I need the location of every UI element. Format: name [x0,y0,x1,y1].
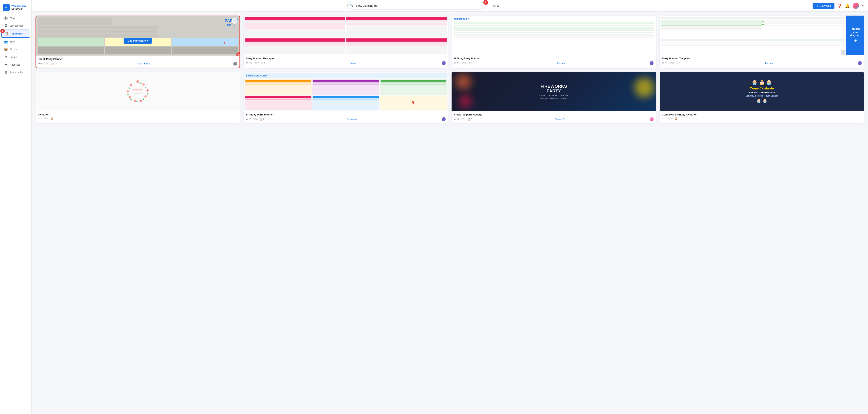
sidebar-item-dropbox[interactable]: 📦 Dropbox [1,46,30,53]
card-thumbnail: THE DETAILS [452,15,656,55]
author-name: Communit... [347,118,359,120]
new-icon: ➕ [4,16,8,20]
help-icon[interactable]: ❓ [837,3,842,8]
copies-count: 📋 0 [676,62,680,64]
template-preview [660,15,864,55]
author-name: Captain O ... [555,118,567,120]
svg-point-7 [127,90,129,93]
card-title: Party Planner Template [662,57,862,60]
download-button[interactable]: ⬇ Download [812,3,834,9]
scroll-top-button[interactable]: ↑ [841,50,845,55]
copies-count: 📋 2 [259,118,264,120]
views-count: 👁 107 [246,62,252,64]
author-avatar [650,61,654,65]
search-badge: 2 [483,0,488,5]
likes-count: 🤍 0 [253,118,258,120]
search-wrapper: 🔍 2 [347,2,485,9]
sidebar: W Wondershare EdrawMax ➕ New 🖥 Workbench… [0,0,32,414]
card-title: Holiday Party Planner [454,57,654,60]
svg-point-6 [129,96,131,99]
favorite-heart-icon[interactable]: 🤍 [232,18,238,24]
fireworks-tagline: SHINEPASSIONYOUNG [539,95,568,97]
template-card-birthday-party-planner[interactable]: Birthday Party Planner [244,72,448,123]
svg-text:Invitation: Invitation [133,88,143,91]
svg-point-0 [136,80,139,83]
sidebar-item-team[interactable]: 👥 Team [1,38,30,45]
views-count: 👁 13 [246,118,251,120]
template-card-fireworks-party-collage[interactable]: FIREWORKSPARTY SHINEPASSIONYOUNG LET'S P… [452,72,656,123]
card-thumbnail: Invitation [35,72,240,111]
svg-point-8 [130,84,132,86]
topbar-right: ⬇ Download ❓ 🔔 ▼ [812,3,864,9]
templates-badge: 1 [0,29,5,33]
svg-point-1 [143,83,145,86]
publish-overlay[interactable]: Publish your diagram ✈ [846,15,864,55]
author-name: Kiraaaa [350,62,357,64]
cupcake-name: Emily's 14th Birthday [749,91,775,94]
card-info: Party Planner Template 👁 62 🤍 3 📋 0 Kira… [660,55,864,67]
holiday-preview: THE DETAILS [452,15,656,55]
template-card-cupcakes-birthday[interactable]: 🧁 🎂 🧁 Come Celebrate Emily's 14th Birthd… [660,72,864,123]
template-card-party-planner-example[interactable]: Party Planner Example 👁 107 🤍 2 📋 9 Kira… [244,15,448,68]
fireworks-title-text: FIREWORKSPARTY [540,84,567,93]
sidebar-item-new[interactable]: ➕ New [1,14,30,22]
user-avatar[interactable] [852,3,859,9]
author-name: Kiraaaa [765,62,773,64]
sidebar-item-workbench[interactable]: 🖥 Workbench [1,22,30,29]
search-icon: 🔍 [350,4,354,7]
svg-point-16 [128,87,131,89]
svg-point-14 [130,99,132,101]
team-icon: 👥 [4,40,8,43]
workbench-icon: 🖥 [4,24,8,27]
card-meta: 👁 0 🤍 0 📋 0 [662,117,862,120]
card-meta: 👁 62 🤍 3 📋 0 Kiraaaa [662,61,862,65]
card-info: Party Planner Example 👁 107 🤍 2 📋 9 Kira… [244,55,448,67]
avatar-chevron-icon[interactable]: ▼ [862,4,864,7]
svg-point-3 [145,95,147,98]
svg-point-11 [147,93,148,95]
template-card-invitation[interactable]: Invitation Invitation 👁 0 🤍 0 📋 0 [35,72,240,123]
svg-point-10 [145,86,147,89]
sidebar-item-templates[interactable]: 1 📋 Templates [1,30,30,38]
card-title: Invitation [38,113,238,116]
template-card-blank-party-planner[interactable]: PARTYTIME! 🤍 Use immediately 3 Blank Par… [35,15,240,68]
import-icon: ⬆ [4,55,8,59]
copies-count: 📋 0 [50,117,55,120]
copies-count: 📋 5 [468,118,472,120]
copies-count: 📋 3 [52,63,57,65]
card-title: Party Planner Example [246,57,446,60]
likes-count: 🤍 2 [254,62,259,64]
views-count: 👁 0 [38,117,42,120]
templates-icon: 📋 [4,32,8,35]
views-count: 👁 69 [454,62,459,64]
card-meta: 👁 13 🤍 0 📋 2 Communit... [246,117,446,121]
card-thumbnail [244,15,448,55]
likes-count: 🤍 3 [669,62,674,64]
flower-wreath-svg: Invitation [126,80,150,103]
card-thumbnail: Publish your diagram ✈ ↑ [660,15,864,55]
likes-count: 🤍 0 [44,117,48,120]
sidebar-item-import[interactable]: ⬆ Import [1,54,30,61]
author-name: Kiraaaa [557,62,565,64]
card-title: Birthday Party Planner [246,113,446,116]
likes-count: 🤍 0 [461,62,466,64]
card-info: Cupcakes Birthday Invitation 👁 0 🤍 0 📋 0 [660,111,864,122]
template-card-holiday-party-planner[interactable]: THE DETAILS Holiday Party Planner 👁 69 🤍… [452,15,656,68]
card-title: Cupcakes Birthday Invitation [662,113,862,116]
views-count: 👁 14 [454,118,459,120]
notification-icon[interactable]: 🔔 [845,3,850,8]
svg-point-9 [140,82,142,84]
filter-all[interactable]: All ☰ [491,3,501,8]
template-card-party-planner-template[interactable]: Publish your diagram ✈ ↑ Party Planner T… [660,15,864,68]
sidebar-item-favorites[interactable]: ❤ Favorites [1,61,30,68]
topbar: 🔍 2 All ☰ ⬇ Download ❓ 🔔 ▼ [32,0,868,12]
search-input[interactable] [347,2,485,9]
sidebar-item-recycle[interactable]: 🗑 Recycle Bin [1,69,30,76]
svg-point-15 [127,94,129,95]
views-count: 👁 0 [662,117,666,120]
download-icon: ⬇ [816,4,818,7]
card-info: Birthday Party Planner 👁 13 🤍 0 📋 2 Comm… [244,111,448,123]
likes-count: 🤍 2 [45,63,50,65]
author-avatar [442,61,446,65]
party-example-preview [244,15,448,55]
